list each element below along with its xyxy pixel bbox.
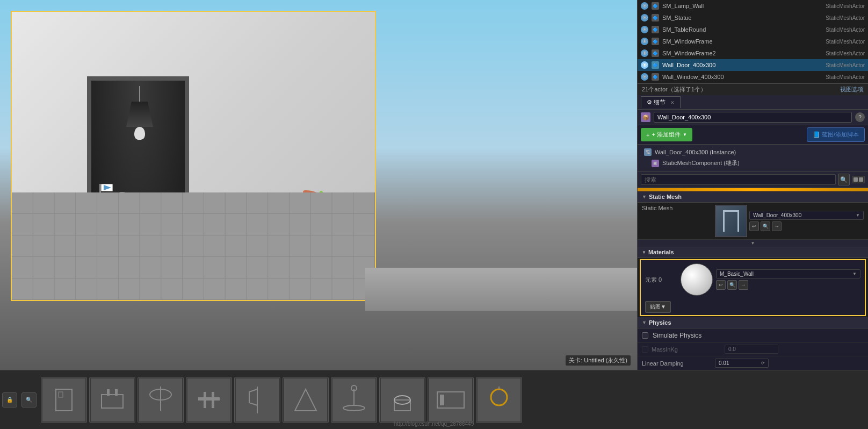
- visibility-icon-ww1[interactable]: 👁: [641, 73, 648, 81]
- static-mesh-header[interactable]: ▼ Static Mesh: [638, 191, 868, 203]
- blueprint-button[interactable]: 📘 蓝图/添加脚本: [807, 127, 865, 142]
- asset-thumb-3[interactable]: [138, 377, 184, 423]
- asset-thumb-9[interactable]: [428, 377, 474, 423]
- mesh-value-label: Wall_Door_400x300: [753, 212, 801, 218]
- linear-damping-value[interactable]: 0.01 ⟳: [715, 359, 769, 368]
- mat-bottom-row: 贴图▼: [641, 299, 865, 315]
- asset-thumb-1[interactable]: [41, 377, 87, 423]
- viewport[interactable]: 关卡: Untitled (永久性): [0, 0, 637, 370]
- physics-title: Physics: [649, 319, 671, 326]
- linear-damping-spin[interactable]: ⟳: [761, 361, 765, 366]
- mat-dropdown-col: M_Basic_Wall ▼ ↩ 🔍 →: [716, 269, 860, 290]
- instance-label: Wall_Door_400x300 (Instance): [655, 149, 736, 155]
- bottom-left-controls: 🔒: [2, 392, 17, 407]
- outliner-item-windowframe[interactable]: 👁 🔷 SM_WindowFrame StaticMeshActor: [638, 35, 868, 47]
- instance-icon: 🏗: [644, 148, 652, 156]
- floor-grid: [12, 192, 375, 300]
- asset-thumb-inner-9: [429, 378, 472, 421]
- asset-thumb-inner-5: [236, 378, 279, 421]
- search-icon[interactable]: 🔍: [838, 174, 850, 185]
- list-view-icon: [859, 177, 863, 182]
- static-mesh-label: Static Mesh: [642, 205, 712, 211]
- blueprint-icon: 📘: [813, 131, 820, 138]
- mesh-dropdown-arrow: ▼: [856, 213, 860, 218]
- view-toggle[interactable]: [852, 176, 865, 183]
- lamp-bulb: [134, 127, 145, 140]
- paste-button[interactable]: 贴图▼: [645, 301, 671, 313]
- outliner-count-bar: 21个actor（选择了1个） 视图选项: [638, 83, 868, 95]
- outliner-item-wallwindow1[interactable]: 👁 🔷 Wall_Window_400x300 StaticMeshActor: [638, 71, 868, 83]
- element-label: 元素 0: [645, 276, 677, 284]
- outliner-item-windowframe2[interactable]: 👁 🔷 SM_WindowFrame2 StaticMeshActor: [638, 47, 868, 59]
- details-tab[interactable]: ⚙ 细节 ✕: [641, 96, 681, 108]
- simulate-physics-checkbox[interactable]: [642, 332, 648, 339]
- visibility-icon-wf2[interactable]: 👁: [641, 49, 648, 57]
- visibility-icon-lamp[interactable]: 👁: [641, 2, 648, 10]
- close-tab-icon[interactable]: ✕: [670, 100, 675, 105]
- actor-name-bar: 📦 ?: [638, 110, 868, 125]
- mesh-goto-icon[interactable]: →: [772, 221, 782, 231]
- expand-icon-phys: ▼: [642, 320, 647, 325]
- details-body: ▼ Static Mesh Static Mesh: [638, 191, 868, 370]
- help-icon[interactable]: ?: [855, 112, 865, 122]
- add-component-button[interactable]: + + 添加组件 ▼: [641, 128, 692, 141]
- item-label-ww1: Wall_Window_400x300: [662, 74, 724, 80]
- search-input[interactable]: [641, 174, 836, 185]
- asset-thumb-4[interactable]: [186, 377, 232, 423]
- bottom-search-icon[interactable]: 🔍: [21, 392, 37, 407]
- physics-header[interactable]: ▼ Physics: [638, 317, 868, 328]
- material-dropdown[interactable]: M_Basic_Wall ▼: [716, 269, 860, 278]
- count-label: 21个actor（选择了1个）: [642, 85, 706, 94]
- component-item-instance[interactable]: 🏗 Wall_Door_400x300 (Instance): [638, 147, 868, 158]
- view-options[interactable]: 视图选项: [840, 85, 864, 94]
- svg-rect-10: [198, 397, 220, 401]
- asset-svg-6: [290, 384, 322, 416]
- outliner-item-walldoor[interactable]: 👁 🔷 Wall_Door_400x300 StaticMeshActor: [638, 59, 868, 71]
- asset-thumb-10[interactable]: [476, 377, 522, 423]
- asset-thumb-inner-8: [381, 378, 424, 421]
- item-type-table: StaticMeshActor: [826, 27, 865, 33]
- svg-rect-2: [12, 192, 375, 300]
- static-mesh-value-group: Wall_Door_400x300 ▼ ↩ 🔍 →: [715, 205, 864, 237]
- actor-name-input[interactable]: [654, 112, 852, 123]
- mesh-search-icon[interactable]: 🔍: [761, 221, 770, 231]
- mesh-icon-ww1: 🔷: [652, 73, 659, 81]
- static-mesh-section: ▼ Static Mesh Static Mesh: [638, 191, 868, 247]
- mesh-back-icon[interactable]: ↩: [749, 221, 759, 231]
- svg-rect-6: [107, 389, 110, 396]
- materials-header[interactable]: ▼ Materials: [638, 247, 868, 258]
- materials-section: ▼ Materials 元素 0 M_Basic_Wall ▼: [638, 247, 868, 316]
- mesh-expand-row[interactable]: ▼: [638, 240, 868, 247]
- mass-checkbox: [642, 346, 648, 353]
- svg-rect-17: [394, 400, 410, 411]
- visibility-icon-table[interactable]: 👁: [641, 26, 648, 33]
- simulate-physics-label: Simulate Physics: [653, 332, 701, 339]
- actor-icon: 📦: [641, 112, 650, 122]
- outliner-item-tableround[interactable]: 👁 🔷 SM_TableRound StaticMeshActor: [638, 24, 868, 35]
- static-mesh-title: Static Mesh: [649, 194, 682, 200]
- blog-url: http://blog.csdn.net/qq_28786449: [394, 421, 474, 427]
- asset-thumb-8[interactable]: [379, 377, 425, 423]
- asset-thumb-7[interactable]: [331, 377, 377, 423]
- asset-svg-5: [241, 384, 273, 416]
- asset-thumb-inner-4: [187, 378, 230, 421]
- asset-thumb-6[interactable]: [283, 377, 329, 423]
- mass-row: MassInKg 0.0: [638, 342, 868, 356]
- asset-svg-2: [96, 384, 128, 416]
- mat-goto-icon[interactable]: →: [739, 280, 748, 290]
- visibility-icon-statue[interactable]: 👁: [641, 14, 648, 22]
- outliner-item-lamp-wall[interactable]: 👁 🔷 SM_Lamp_Wall StaticMeshActor: [638, 0, 868, 12]
- asset-thumb-2[interactable]: [89, 377, 135, 423]
- outliner-item-statue[interactable]: 👁 🔷 SM_Statue StaticMeshActor: [638, 12, 868, 24]
- visibility-icon-wf[interactable]: 👁: [641, 38, 648, 45]
- flag: [101, 184, 113, 191]
- svg-rect-20: [440, 395, 444, 405]
- asset-thumb-5[interactable]: [234, 377, 280, 423]
- mat-search-icon[interactable]: 🔍: [727, 280, 737, 290]
- visibility-icon-door[interactable]: 👁: [641, 61, 648, 69]
- bottom-lock-icon[interactable]: 🔒: [2, 392, 17, 407]
- mesh-dropdown[interactable]: Wall_Door_400x300 ▼: [749, 211, 864, 220]
- component-item-mesh[interactable]: ▣ StaticMeshComponent (继承): [638, 158, 868, 169]
- expand-down-icon: ▼: [751, 241, 755, 246]
- mat-back-icon[interactable]: ↩: [716, 280, 726, 290]
